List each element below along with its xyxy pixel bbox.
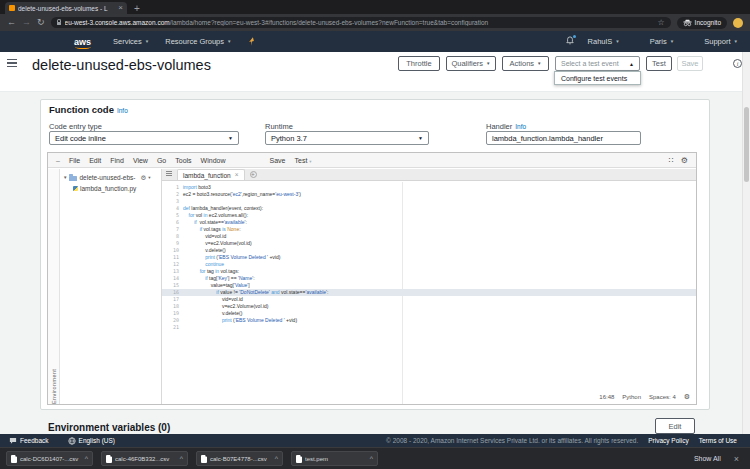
handler-input[interactable]: lambda_function.lambda_handler — [486, 131, 641, 145]
code-line[interactable]: continue — [183, 261, 696, 268]
scrollbar-thumb[interactable] — [744, 107, 749, 182]
code-line[interactable] — [183, 198, 696, 205]
download-item[interactable]: calc-DC6D1407-...csv^ — [6, 451, 93, 466]
download-file-name: calc-46F0B332...csv — [115, 456, 177, 462]
code-line[interactable]: print ('EBS Volume Deleted ' +vid) — [183, 317, 696, 324]
nav-services[interactable]: Services▼ — [113, 37, 149, 46]
forward-icon[interactable]: → — [22, 18, 31, 27]
nav-user-menu[interactable]: RahulS▼ — [588, 37, 620, 46]
terms-of-use-link[interactable]: Terms of Use — [699, 437, 737, 444]
editor-save[interactable]: Save — [270, 157, 286, 164]
code-line[interactable] — [183, 324, 696, 331]
menu-view[interactable]: View — [133, 157, 148, 164]
tab-list-icon[interactable] — [166, 171, 172, 177]
code-line[interactable]: value=tag['Value'] — [183, 282, 696, 289]
configure-test-events-item[interactable]: Configure test events — [561, 75, 627, 82]
browser-avatar[interactable] — [733, 18, 743, 28]
code-line[interactable]: vid=vol.id — [183, 296, 696, 303]
editor-status-bar: 16:48 Python Spaces: 4 ⚙ — [599, 393, 690, 401]
bookmark-star-icon[interactable]: ☆ — [657, 18, 664, 27]
tree-folder-row[interactable]: ▼ delete-unused-ebs- ⚙ ▾ — [60, 172, 161, 183]
code-line[interactable]: vid=vol.id — [183, 233, 696, 240]
gear-icon[interactable]: ⚙ — [681, 156, 688, 165]
chevron-up-icon[interactable]: ^ — [275, 455, 278, 462]
chevron-up-icon[interactable]: ^ — [85, 455, 88, 462]
throttle-button[interactable]: Throttle — [398, 56, 440, 71]
menu-go[interactable]: Go — [157, 157, 166, 164]
code-line[interactable]: for tag in vol.tags: — [183, 268, 696, 275]
browser-tab[interactable]: delete-unused-ebs-volumes - L × — [5, 2, 127, 14]
code-line[interactable]: v.delete() — [183, 310, 696, 317]
info-link[interactable]: Info — [515, 123, 526, 130]
back-icon[interactable]: ← — [7, 18, 16, 27]
download-item[interactable]: calc-46F0B332...csv^ — [101, 451, 188, 466]
spaces-setting[interactable]: Spaces: 4 — [649, 394, 676, 400]
editor-test[interactable]: Test ▾ — [294, 157, 311, 164]
status-gear-icon[interactable]: ⚙ — [684, 393, 690, 401]
code-line[interactable]: v.delete() — [183, 247, 696, 254]
code-line[interactable]: v=ec2.Volume(vol.id) — [183, 240, 696, 247]
code-line[interactable]: ec2 = boto3.resource('ec2',region_name='… — [183, 191, 696, 198]
language-mode[interactable]: Python — [622, 394, 641, 400]
tree-file-row[interactable]: lambda_function.py — [60, 183, 161, 194]
menu-find[interactable]: Find — [110, 157, 124, 164]
reload-icon[interactable]: ↻ — [37, 18, 45, 27]
code-line[interactable]: def lambda_handler(event, context): — [183, 205, 696, 212]
code-line[interactable]: import boto3 — [183, 184, 696, 191]
code-line[interactable]: if tag['Key'] == 'Name': — [183, 275, 696, 282]
download-item[interactable]: test.pem^ — [291, 451, 378, 466]
actions-button[interactable]: Actions▼ — [502, 56, 549, 71]
chevron-up-icon[interactable]: ^ — [370, 455, 373, 462]
code-area[interactable]: 123456789101112131415161718192021 import… — [162, 182, 696, 404]
hamburger-menu-icon[interactable] — [7, 59, 17, 69]
menu-tools[interactable]: Tools — [175, 157, 191, 164]
fullscreen-icon[interactable]: ∷ — [669, 156, 674, 165]
code-lines: import boto3ec2 = boto3.resource('ec2',r… — [183, 184, 696, 331]
qualifiers-button[interactable]: Qualifiers▼ — [446, 56, 496, 71]
environment-strip[interactable]: Environment — [48, 169, 60, 404]
code-line-active[interactable]: if value != 'DoNotDelete' and vol.state=… — [183, 289, 696, 296]
tab-close-icon[interactable]: × — [235, 172, 239, 178]
edit-button[interactable]: Edit — [655, 418, 695, 434]
notification-dot — [573, 35, 576, 38]
chevron-up-icon[interactable]: ^ — [180, 455, 183, 462]
code-entry-type-select[interactable]: Edit code inline▼ — [49, 131, 239, 145]
aws-logo[interactable]: aws — [74, 37, 91, 47]
page-scrollbar[interactable] — [742, 52, 750, 434]
pin-icon[interactable] — [248, 37, 255, 46]
nav-support-menu[interactable]: Support▼ — [704, 37, 738, 46]
download-item[interactable]: calc-B07E4778-...csv^ — [196, 451, 283, 466]
show-all-downloads-link[interactable]: Show All — [694, 455, 721, 462]
nav-region-menu[interactable]: Paris▼ — [650, 37, 675, 46]
add-tab-icon[interactable]: + — [250, 171, 257, 178]
save-button[interactable]: Save — [677, 56, 703, 71]
info-link[interactable]: Info — [117, 107, 128, 114]
test-event-select[interactable]: Select a test event ▲ — [555, 56, 640, 71]
menu-window[interactable]: Window — [201, 157, 226, 164]
runtime-select[interactable]: Python 3.7▼ — [265, 131, 429, 145]
url-bar[interactable]: eu-west-3.console.aws.amazon.com/lambda/… — [51, 17, 671, 28]
tab-close-icon[interactable]: × — [118, 4, 123, 12]
code-line[interactable]: v=ec2.Volume(vol.id) — [183, 303, 696, 310]
editor-tab-lambda-function[interactable]: lambda_function × — [177, 169, 245, 180]
feedback-button[interactable]: Feedback — [9, 437, 49, 445]
code-line[interactable]: print ('EBS Volume Deleted ' +vid) — [183, 254, 696, 261]
language-selector[interactable]: English (US) — [68, 437, 115, 445]
code-line[interactable]: if vol.state=='available': — [183, 219, 696, 226]
notifications-bell[interactable] — [566, 36, 574, 47]
new-tab-icon[interactable]: + — [134, 3, 140, 14]
menu-file[interactable]: File — [69, 157, 80, 164]
test-button[interactable]: Test — [646, 56, 672, 71]
code-line[interactable]: if vol.tags is None: — [183, 226, 696, 233]
cursor-position[interactable]: 16:48 — [599, 394, 614, 400]
help-info-icon[interactable]: i — [733, 59, 742, 68]
menu-edit[interactable]: Edit — [89, 157, 101, 164]
test-event-placeholder: Select a test event — [561, 60, 619, 67]
privacy-policy-link[interactable]: Privacy Policy — [648, 437, 688, 444]
close-shelf-icon[interactable]: × — [734, 454, 739, 464]
code-line[interactable]: for vol in ec2.volumes.all(): — [183, 212, 696, 219]
collapse-icon[interactable]: – — [56, 157, 60, 164]
tree-gear-icon[interactable]: ⚙ — [140, 174, 146, 182]
nav-resource-groups[interactable]: Resource Groups▼ — [165, 37, 231, 46]
line-number: 18 — [162, 303, 183, 310]
